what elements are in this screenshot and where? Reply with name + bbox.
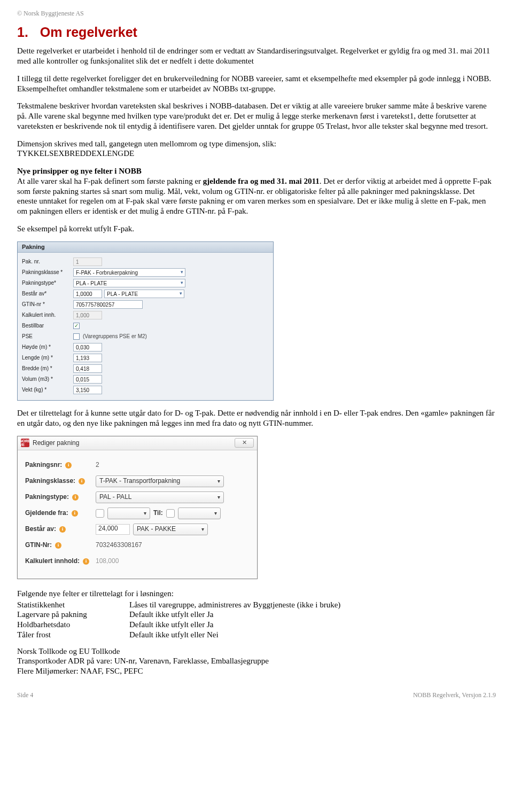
d2-gtin-value: 7032463308167 [96, 541, 142, 549]
gtin-label: GTIN-nr * [22, 301, 73, 308]
fields-table: StatistikkenhetLåses til varegruppe, adm… [17, 600, 347, 640]
extra-line-2: Transportkoder ADR på vare: UN-nr, Varen… [17, 656, 496, 666]
d2-til-label: Til: [153, 509, 163, 517]
pse-label: PSE [22, 333, 73, 340]
extra-line-1: Norsk Tollkode og EU Tollkode [17, 646, 496, 657]
d2-pakningstype-label: Pakningstype: [25, 493, 69, 501]
d2-gjeldende-fra-date[interactable] [107, 508, 150, 519]
pse-checkbox[interactable] [73, 333, 80, 340]
d2-pakningstype-select[interactable]: PAL - PALL [96, 491, 224, 503]
bestar-av-label: Består av* [22, 291, 73, 298]
pak-nr-value: 1 [73, 257, 102, 266]
fields-intro: Følgende nye felter er tilrettelagt for … [17, 589, 496, 599]
volum-input[interactable]: 0,015 [73, 375, 102, 384]
d2-til-check[interactable] [166, 509, 175, 518]
kalkulert-label: Kalkulert innh. [22, 312, 73, 319]
para5a: At alle varer skal ha F-pak definert som… [17, 177, 203, 185]
paragraph-2: I tillegg til dette regelverket foreligg… [17, 74, 496, 94]
paragraph-7: Det er tilrettelagt for å kunne sette ut… [17, 408, 496, 428]
d2-kalkulert-label: Kalkulert innhold: [25, 557, 80, 565]
kalkulert-value: 1,000 [73, 311, 102, 319]
d2-til-date[interactable] [178, 508, 221, 519]
extra-line-3: Flere Miljømerker: NAAF, FSC, PEFC [17, 666, 496, 676]
pakningsklasse-select[interactable]: F-PAK - Forbrukerpakning [73, 268, 185, 277]
d2-pakningsklasse-select[interactable]: T-PAK - Transportforpakning [96, 475, 224, 487]
info-icon[interactable]: i [72, 510, 78, 517]
pakningstype-select[interactable]: PLA - PLATE [73, 279, 185, 287]
d2-gjeldende-label: Gjeldende fra: [25, 509, 68, 517]
vekt-input[interactable]: 3,150 [73, 386, 102, 394]
field-desc: Default ikke utfylt eller Ja [129, 610, 347, 620]
h1-number: 1. [17, 25, 28, 40]
d2-pakningsklasse-label: Pakningsklasse: [25, 477, 75, 485]
hoyde-label: Høyde (m) * [22, 344, 73, 351]
d2-gjeldende-fra-check[interactable] [96, 509, 104, 518]
rediger-pakning-dialog: NORB VE Rediger pakning ✕ Pakningsnr:i 2… [17, 436, 258, 579]
paragraph-4: Dimensjon skrives med tall, gangetegn ut… [17, 139, 496, 159]
bredde-label: Bredde (m) * [22, 365, 73, 372]
pse-note: (Varegruppens PSE er M2) [83, 333, 147, 340]
d2-kalkulert-value: 108,000 [96, 557, 119, 565]
bestillbar-checkbox[interactable]: ✓ [73, 323, 80, 329]
para5b: gjeldende fra og med 31. mai 2011 [203, 177, 320, 185]
bredde-input[interactable]: 0,418 [73, 364, 102, 373]
pakning-form-title: Pakning [18, 242, 273, 253]
close-icon: ✕ [242, 439, 247, 447]
bestillbar-label: Bestillbar [22, 323, 73, 330]
field-desc: Default ikke utfylt eller Nei [129, 630, 347, 640]
header-copyright: © Norsk Byggtjeneste AS [17, 10, 496, 18]
app-icon: NORB VE [21, 439, 29, 447]
info-icon[interactable]: i [83, 558, 89, 565]
d2-bestar-av-unit-select[interactable]: PAK - PAKKE [133, 524, 208, 535]
volum-label: Volum (m3) * [22, 376, 73, 383]
d2-bestar-av-qty[interactable]: 24,000 [96, 524, 130, 535]
vekt-label: Vekt (kg) * [22, 387, 73, 394]
d2-pakningsnr-label: Pakningsnr: [25, 461, 62, 469]
field-name: Lagervare på pakning [17, 610, 129, 620]
pakningsklasse-label: Pakningsklasse * [22, 269, 73, 276]
hoyde-input[interactable]: 0,030 [73, 343, 102, 352]
subheading-new-principles: Nye prinsipper og nye felter i NOBB [17, 166, 496, 176]
paragraph-4b: TYKKELSEXBREDDEXLENGDE [17, 149, 134, 158]
footer-page: Side 4 [17, 691, 33, 699]
h1-text: Om regelverket [40, 25, 137, 40]
info-icon[interactable]: i [55, 542, 61, 549]
footer-version: NOBB Regelverk, Versjon 2.1.9 [413, 691, 496, 699]
info-icon[interactable]: i [72, 494, 79, 501]
field-desc: Låses til varegruppe, administreres av B… [129, 600, 347, 610]
pakningstype-label: Pakningstype* [22, 280, 73, 287]
bestar-av-unit-select[interactable]: PLA - PLATE [104, 290, 184, 298]
paragraph-1: Dette regelverket er utarbeidet i henhol… [17, 46, 496, 66]
info-icon[interactable]: i [79, 478, 85, 485]
lengde-input[interactable]: 1,193 [73, 354, 102, 362]
info-icon[interactable]: i [59, 526, 66, 533]
paragraph-4a: Dimensjon skrives med tall, gangetegn ut… [17, 139, 276, 148]
info-icon[interactable]: i [65, 462, 72, 469]
field-name: Tåler frost [17, 630, 129, 640]
paragraph-5: At alle varer skal ha F-pak definert som… [17, 176, 496, 216]
d2-pakningsnr-value: 2 [96, 461, 99, 469]
bestar-av-qty[interactable]: 1,0000 [73, 290, 102, 298]
page-title: 1.Om regelverket [17, 24, 496, 41]
paragraph-3: Tekstmalene beskriver hvordan varetekste… [17, 101, 496, 131]
field-name: Statistikkenhet [17, 600, 129, 610]
pak-nr-label: Pak. nr. [22, 259, 73, 266]
lengde-label: Lengde (m) * [22, 355, 73, 362]
close-button[interactable]: ✕ [235, 438, 254, 448]
paragraph-6: Se eksempel på korrekt utfylt F-pak. [17, 224, 496, 234]
d2-gtin-label: GTIN-Nr: [25, 541, 52, 549]
gtin-input[interactable]: 7057757800257 [73, 300, 143, 309]
field-name: Holdbarhetsdato [17, 620, 129, 630]
dialog-title: Rediger pakning [33, 439, 79, 447]
field-desc: Default ikke utfylt eller Ja [129, 620, 347, 630]
pakning-form: Pakning Pak. nr. 1 Pakningsklasse * F-PA… [17, 241, 274, 401]
d2-bestar-av-label: Består av: [25, 525, 56, 533]
